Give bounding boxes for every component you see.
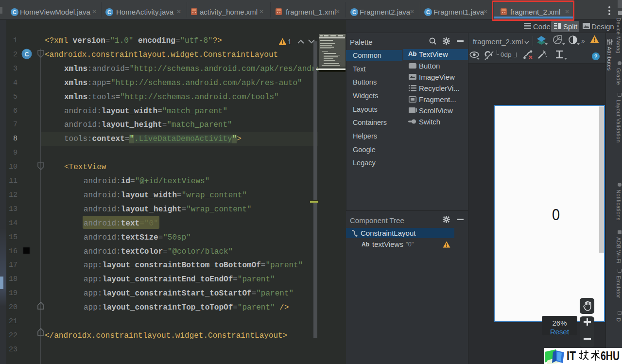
svg-text:C: C bbox=[426, 9, 430, 15]
svg-text:?: ? bbox=[594, 53, 598, 59]
svg-text:C: C bbox=[352, 9, 356, 15]
